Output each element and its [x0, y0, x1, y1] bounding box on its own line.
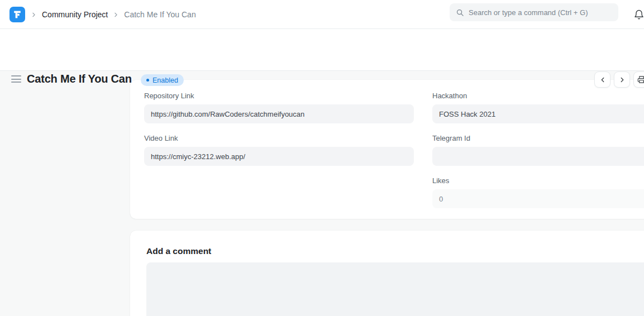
status-badge: Enabled [141, 74, 184, 86]
status-dot [146, 79, 149, 82]
breadcrumb: Community Project Catch Me If You Can [30, 0, 196, 29]
telegram-id-input[interactable] [432, 147, 644, 166]
chevron-right-icon [618, 76, 626, 84]
video-link-input[interactable] [144, 147, 414, 166]
form-grid: Repository Link Video Link Hackathon Tel… [144, 92, 644, 219]
status-badge-label: Enabled [152, 76, 178, 84]
field-video-link: Video Link [144, 134, 414, 166]
search-icon [456, 8, 464, 17]
field-label: Video Link [144, 134, 414, 142]
field-label: Repository Link [144, 92, 414, 100]
comments-section-card: Add a comment [130, 231, 644, 316]
field-label: Telegram Id [432, 134, 644, 142]
bell-icon[interactable] [633, 7, 644, 22]
global-search[interactable] [450, 3, 618, 21]
next-document-button[interactable] [614, 71, 630, 88]
field-label: Hackathon [432, 92, 644, 100]
chevron-left-icon [599, 76, 607, 84]
print-button[interactable] [633, 71, 644, 88]
frappe-logo-glyph [13, 10, 22, 19]
page-title: Catch Me If You Can [27, 73, 132, 85]
field-telegram-id: Telegram Id [432, 134, 644, 166]
page-head: Catch Me If You Can Enabled [0, 29, 644, 71]
frappe-logo[interactable] [9, 7, 25, 22]
field-hackathon: Hackathon [432, 92, 644, 123]
prev-document-button[interactable] [594, 71, 610, 88]
breadcrumb-community-project[interactable]: Community Project [42, 10, 108, 19]
breadcrumb-current-doc[interactable]: Catch Me If You Can [124, 10, 195, 19]
field-label: Likes [432, 176, 644, 185]
likes-value [432, 189, 644, 208]
form-section-card: Repository Link Video Link Hackathon Tel… [130, 80, 644, 219]
field-repository-link: Repository Link [144, 92, 414, 123]
hackathon-input[interactable] [432, 104, 644, 123]
chevron-right-icon [30, 11, 37, 18]
repository-link-input[interactable] [144, 104, 414, 123]
search-input[interactable] [469, 8, 612, 17]
comments-heading: Add a comment [146, 246, 644, 256]
field-likes: Likes [432, 176, 644, 208]
form-column-left: Repository Link Video Link [144, 92, 414, 219]
navbar: Community Project Catch Me If You Can [0, 0, 644, 29]
sidebar-toggle-icon[interactable] [11, 75, 21, 83]
form-column-right: Hackathon Telegram Id Likes [432, 92, 644, 219]
comment-input[interactable] [146, 262, 644, 316]
printer-icon [637, 75, 644, 84]
chevron-right-icon [112, 11, 120, 18]
